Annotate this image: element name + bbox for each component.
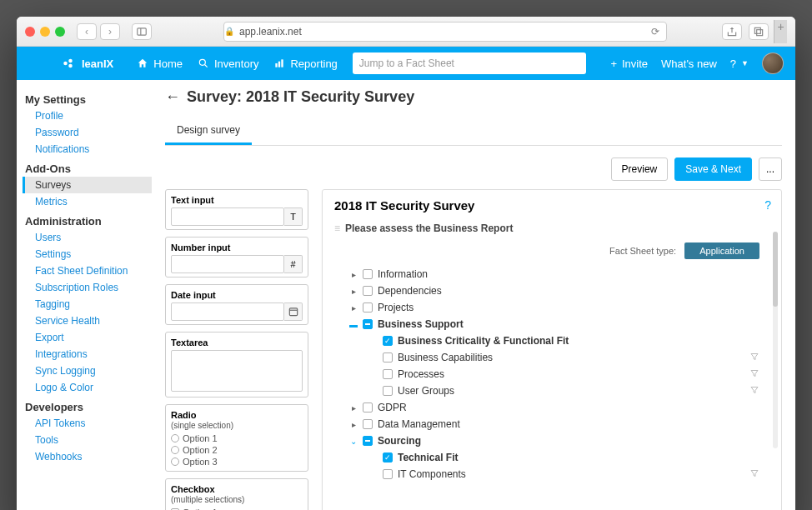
preview-button[interactable]: Preview: [611, 158, 669, 181]
invite-button[interactable]: + Invite: [610, 58, 648, 70]
svg-point-5: [68, 59, 73, 63]
help-icon[interactable]: ?: [764, 198, 771, 212]
sidebar-item-subscription-roles[interactable]: Subscription Roles: [25, 279, 152, 296]
new-tab-button[interactable]: +: [774, 20, 787, 43]
sidebar-item-webhooks[interactable]: Webhooks: [25, 448, 152, 465]
factsheet-type-badge[interactable]: Application: [684, 242, 759, 259]
filter-icon[interactable]: [749, 385, 759, 398]
sidebar-group-title: Administration: [25, 215, 152, 228]
tree-row[interactable]: ▬Business Support: [334, 316, 759, 332]
sidebar-item-notifications[interactable]: Notifications: [25, 141, 152, 158]
tree-label: User Groups: [398, 385, 454, 397]
tree-row[interactable]: IT Components: [334, 466, 759, 482]
checkbox-icon[interactable]: [383, 469, 393, 479]
nav-forward-button[interactable]: ›: [100, 23, 120, 40]
caret-right-icon[interactable]: ▸: [349, 303, 358, 312]
tree-row[interactable]: ▸Information: [334, 266, 759, 282]
sidebar-item-settings[interactable]: Settings: [25, 246, 152, 262]
checkbox-icon[interactable]: [363, 419, 373, 429]
factsheet-search[interactable]: Jump to a Fact Sheet: [353, 52, 586, 74]
help-menu[interactable]: ? ▼: [730, 58, 749, 70]
checkbox-icon[interactable]: [383, 386, 393, 396]
sidebar-item-surveys[interactable]: Surveys: [23, 177, 152, 193]
settings-sidebar: My SettingsProfilePasswordNotificationsA…: [17, 80, 152, 510]
tree-row[interactable]: ▸GDPR: [334, 399, 759, 416]
sidebar-item-tagging[interactable]: Tagging: [25, 296, 152, 312]
minimize-window-icon[interactable]: [40, 27, 50, 37]
palette-textarea[interactable]: Textarea: [165, 332, 308, 398]
checkbox-icon[interactable]: [363, 286, 373, 296]
user-avatar[interactable]: [762, 52, 784, 74]
tree-row[interactable]: ▸Data Management: [334, 416, 759, 432]
tree-row[interactable]: ⌄Sourcing: [334, 432, 759, 449]
main-pane: ← Survey: 2018 IT Security Survey Design…: [152, 80, 795, 510]
sidebar-toggle-button[interactable]: [132, 23, 152, 40]
sidebar-item-logo-color[interactable]: Logo & Color: [25, 379, 152, 396]
sidebar-item-api-tokens[interactable]: API Tokens: [25, 415, 152, 432]
reload-icon[interactable]: ⟳: [651, 26, 659, 38]
palette-number-input[interactable]: Number input #: [165, 237, 308, 278]
tree-row[interactable]: Business Criticality & Functional Fit: [334, 332, 759, 349]
collapse-icon[interactable]: ▬: [349, 320, 358, 329]
checkbox-icon[interactable]: [363, 269, 373, 279]
checkbox-icon[interactable]: [383, 369, 393, 379]
sidebar-item-export[interactable]: Export: [25, 329, 152, 346]
nav-inventory[interactable]: Inventory: [198, 58, 258, 70]
tree-row[interactable]: Business Capabilities: [334, 349, 759, 366]
tree-row[interactable]: ▸Dependencies: [334, 282, 759, 299]
drag-handle-icon[interactable]: ≡: [334, 222, 338, 234]
tree-row[interactable]: Technical Fit: [334, 449, 759, 466]
back-arrow-icon[interactable]: ←: [165, 88, 180, 106]
filter-icon[interactable]: [749, 352, 759, 364]
whats-new-link[interactable]: What's new: [661, 58, 717, 70]
filter-icon[interactable]: [749, 368, 759, 381]
nav-reporting[interactable]: Reporting: [273, 58, 337, 70]
sidebar-item-fact-sheet-definition[interactable]: Fact Sheet Definition: [25, 262, 152, 279]
nav-back-button[interactable]: ‹: [77, 23, 97, 40]
nav-home[interactable]: Home: [137, 58, 183, 70]
sidebar-item-users[interactable]: Users: [25, 229, 152, 246]
sidebar-item-tools[interactable]: Tools: [25, 432, 152, 448]
share-button[interactable]: [722, 23, 742, 40]
zoom-window-icon[interactable]: [55, 27, 65, 37]
sidebar-item-sync-logging[interactable]: Sync Logging: [25, 362, 152, 379]
checkbox-icon[interactable]: [363, 402, 373, 412]
more-actions-button[interactable]: ...: [759, 158, 782, 181]
lock-icon: 🔒: [224, 27, 234, 36]
tabs-button[interactable]: [749, 23, 769, 40]
tree-row[interactable]: Processes: [334, 366, 759, 382]
checkbox-icon[interactable]: [383, 352, 393, 362]
checkbox-icon[interactable]: [363, 319, 373, 329]
survey-instruction-row[interactable]: ≡ Please assess the Business Report: [334, 219, 759, 242]
scrollbar[interactable]: [773, 232, 778, 448]
checkbox-icon[interactable]: [363, 302, 373, 312]
close-window-icon[interactable]: [25, 27, 35, 37]
palette-radio[interactable]: Radio(single selection) Option 1Option 2…: [165, 404, 308, 472]
save-next-button[interactable]: Save & Next: [674, 158, 752, 181]
caret-right-icon[interactable]: ▸: [349, 403, 358, 412]
checkbox-icon[interactable]: [363, 436, 373, 446]
sidebar-item-password[interactable]: Password: [25, 124, 152, 141]
checkbox-icon[interactable]: [383, 336, 393, 346]
tree-row[interactable]: User Groups: [334, 382, 759, 399]
checkbox-icon[interactable]: [383, 452, 393, 462]
filter-icon[interactable]: [749, 468, 759, 481]
tree-row[interactable]: ▸Projects: [334, 299, 759, 316]
brand-logo[interactable]: leanIX: [62, 56, 113, 71]
tree-label: IT Components: [398, 468, 466, 480]
caret-right-icon[interactable]: ▸: [349, 287, 358, 296]
caret-right-icon[interactable]: ▸: [349, 270, 358, 279]
sidebar-item-profile[interactable]: Profile: [25, 108, 152, 124]
sidebar-item-metrics[interactable]: Metrics: [25, 193, 152, 210]
palette-date-input[interactable]: Date input: [165, 284, 308, 325]
tree-label: Technical Fit: [398, 452, 458, 463]
tab-design-survey[interactable]: Design survey: [165, 118, 252, 145]
url-bar[interactable]: 🔒 app.leanix.net ⟳: [223, 22, 667, 42]
palette-checkbox[interactable]: Checkbox(multiple selections) Option 1: [165, 478, 308, 510]
sidebar-group-title: Add-Ons: [25, 162, 152, 175]
sidebar-item-integrations[interactable]: Integrations: [25, 346, 152, 362]
sidebar-item-service-health[interactable]: Service Health: [25, 312, 152, 329]
caret-down-icon[interactable]: ⌄: [349, 437, 358, 446]
palette-text-input[interactable]: Text input T: [165, 189, 308, 230]
caret-right-icon[interactable]: ▸: [349, 420, 358, 429]
